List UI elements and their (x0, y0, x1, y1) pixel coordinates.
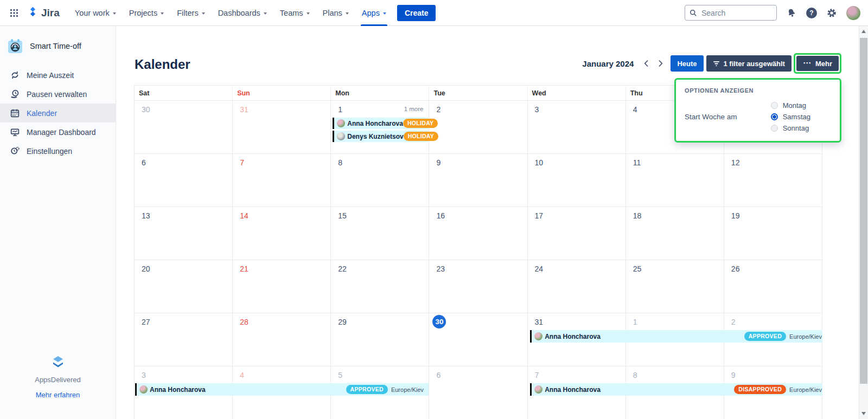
appsdelivered-logo-icon (51, 361, 65, 370)
day-cell[interactable]: 24 (528, 260, 626, 313)
mehr-erfahren-link[interactable]: Mehr erfahren (36, 391, 80, 399)
sidebar-item-manager-dashboard[interactable]: Manager Dashboard (0, 123, 116, 141)
sidebar-item-meine-auszeit[interactable]: Meine Auszeit (0, 66, 116, 85)
filter-button-label: 1 filter ausgewählt (724, 60, 785, 68)
date-number: 20 (142, 265, 150, 273)
day-cell[interactable]: 26 (724, 260, 822, 313)
day-cell[interactable]: 31 (233, 100, 331, 153)
nav-plans[interactable]: Plans (316, 0, 355, 26)
radio-option-montag[interactable]: Montag (771, 100, 810, 111)
smart-timeoff-app-icon (7, 37, 24, 55)
sidebar-item-einstellungen[interactable]: Einstellungen (0, 141, 116, 160)
event-bar[interactable]: Anna HoncharovaAPPROVEDEurope/Kiev (135, 383, 429, 396)
timezone-label: Europe/Kiev (789, 386, 822, 393)
nav-filters[interactable]: Filters (170, 0, 211, 26)
day-cell[interactable]: 2 (429, 100, 527, 153)
scroll-up-arrow[interactable] (859, 30, 868, 33)
nav-dashboards[interactable]: Dashboards (212, 0, 273, 26)
day-cell[interactable]: 28 (233, 313, 331, 366)
sidebar-item-kalender[interactable]: Kalender (0, 104, 116, 123)
app-switcher-icon[interactable] (5, 4, 23, 22)
date-number: 3 (142, 371, 146, 379)
sidebar-item-label: Manager Dashboard (27, 128, 96, 137)
radio-unselected-icon[interactable] (771, 125, 778, 132)
event-bar[interactable]: Anna HoncharovaDISAPPROVEDEurope/Kiev (530, 383, 822, 396)
radio-label: Sonntag (783, 124, 809, 132)
start-week-row: Start Woche am MontagSamstagSonntag (685, 100, 831, 134)
day-cell[interactable]: 30 (429, 313, 527, 366)
start-week-label: Start Woche am (685, 113, 737, 121)
event-chip[interactable]: Denys KuznietsovHOLIDAY (333, 131, 429, 142)
settings-gear-icon[interactable] (826, 8, 837, 18)
date-number: 16 (436, 211, 445, 220)
day-cell[interactable]: 22 (331, 260, 429, 313)
date-number: 19 (731, 211, 740, 220)
day-cell[interactable]: 11 (626, 153, 724, 207)
day-cell[interactable]: 23 (429, 260, 527, 313)
anna-avatar (534, 332, 542, 340)
date-number: 9 (731, 371, 736, 379)
day-cell[interactable]: 16 (429, 207, 527, 260)
day-cell[interactable]: 29 (331, 313, 429, 366)
start-week-radio-group: MontagSamstagSonntag (771, 100, 810, 134)
day-cell[interactable]: 21 (233, 260, 331, 313)
day-cell[interactable]: 18 (626, 207, 724, 260)
nav-apps[interactable]: Apps (355, 0, 393, 26)
day-cell[interactable]: 14 (233, 207, 331, 260)
day-cell[interactable]: 20 (135, 260, 233, 313)
day-cell[interactable]: 15 (331, 207, 429, 260)
search-input[interactable] (685, 9, 776, 17)
date-number: 13 (142, 211, 150, 220)
jira-logo-text: Jira (41, 7, 60, 19)
anna-avatar (337, 119, 345, 127)
create-button[interactable]: Create (397, 5, 436, 21)
day-cell[interactable]: 6 (429, 366, 527, 419)
nav-label: Dashboards (218, 9, 260, 17)
nav-projects[interactable]: Projects (123, 0, 170, 26)
next-month-button[interactable] (653, 56, 667, 70)
dashboard-board-icon (10, 127, 20, 137)
notifications-icon[interactable] (786, 8, 797, 18)
day-cell[interactable]: 11 moreAnna HoncharovaHOLIDAYDenys Kuzni… (331, 100, 429, 153)
user-avatar[interactable] (846, 6, 860, 20)
event-bar[interactable]: Anna HoncharovaAPPROVEDEurope/Kiev (530, 330, 822, 343)
help-icon[interactable]: ? (806, 8, 817, 18)
radio-label: Montag (783, 101, 806, 109)
more-events-link[interactable]: 1 more (404, 106, 424, 112)
jira-logo[interactable]: Jira (27, 6, 60, 20)
day-cell[interactable]: 13 (135, 207, 233, 260)
scroll-down-arrow[interactable] (859, 412, 868, 415)
day-cell[interactable]: 19 (724, 207, 822, 260)
scrollbar-thumb[interactable] (860, 38, 867, 384)
radio-selected-icon[interactable] (771, 113, 778, 120)
day-cell[interactable]: 6 (135, 153, 233, 207)
date-number: 6 (436, 371, 441, 379)
vertical-scrollbar[interactable] (859, 26, 868, 419)
radio-unselected-icon[interactable] (771, 102, 778, 109)
today-button[interactable]: Heute (671, 55, 703, 72)
day-cell[interactable]: 8 (331, 153, 429, 207)
search-box[interactable] (685, 5, 777, 21)
day-cell[interactable]: 17 (528, 207, 626, 260)
day-cell[interactable]: 3 (528, 100, 626, 153)
radio-option-samstag[interactable]: Samstag (771, 111, 810, 123)
prev-month-button[interactable] (639, 56, 653, 70)
day-cell[interactable]: 9 (429, 153, 527, 207)
day-cell[interactable]: 30 (135, 100, 233, 153)
day-cell[interactable]: 25 (626, 260, 724, 313)
search-icon (690, 9, 697, 17)
day-cell[interactable]: 10 (528, 153, 626, 207)
event-chip[interactable]: Anna HoncharovaHOLIDAY (333, 118, 429, 129)
calendar-icon (10, 108, 20, 118)
day-header-tue: Tue (429, 86, 527, 100)
sidebar-item-pausen-verwalten[interactable]: Pausen verwalten (0, 85, 116, 104)
radio-option-sonntag[interactable]: Sonntag (771, 123, 810, 134)
main-content: Kalender January 2024 Heute 1 filter aus… (116, 26, 868, 419)
nav-teams[interactable]: Teams (273, 0, 316, 26)
more-button[interactable]: ⋯ Mehr (796, 56, 839, 71)
day-cell[interactable]: 12 (724, 153, 822, 207)
filter-button[interactable]: 1 filter ausgewählt (706, 55, 792, 72)
day-cell[interactable]: 27 (135, 313, 233, 366)
nav-your-work[interactable]: Your work (68, 0, 123, 26)
day-cell[interactable]: 7 (233, 153, 331, 207)
